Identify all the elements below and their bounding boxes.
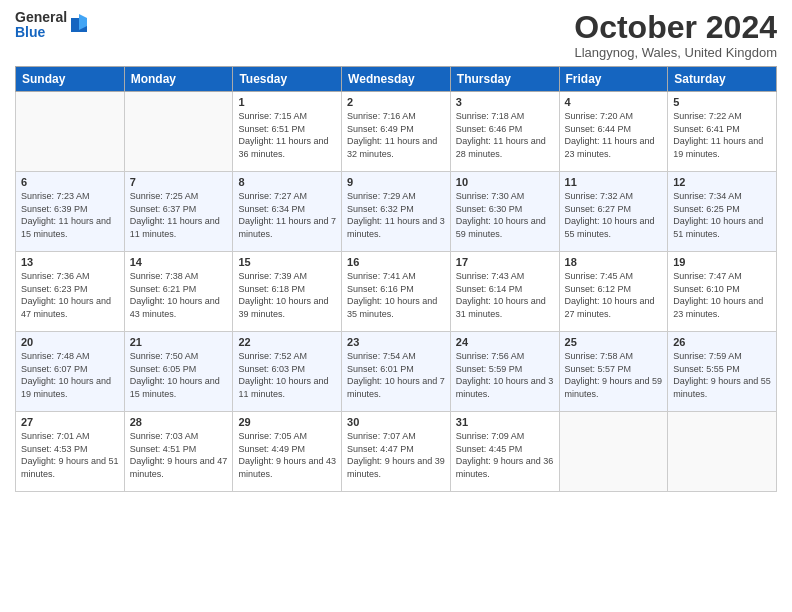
day-number: 31 <box>456 416 554 428</box>
day-number: 3 <box>456 96 554 108</box>
day-number: 13 <box>21 256 119 268</box>
calendar-table: SundayMondayTuesdayWednesdayThursdayFrid… <box>15 66 777 492</box>
cell-sun-info: Sunrise: 7:45 AMSunset: 6:12 PMDaylight:… <box>565 270 663 320</box>
day-header-thursday: Thursday <box>450 67 559 92</box>
calendar-cell: 5Sunrise: 7:22 AMSunset: 6:41 PMDaylight… <box>668 92 777 172</box>
day-number: 5 <box>673 96 771 108</box>
calendar-cell: 23Sunrise: 7:54 AMSunset: 6:01 PMDayligh… <box>342 332 451 412</box>
cell-sun-info: Sunrise: 7:54 AMSunset: 6:01 PMDaylight:… <box>347 350 445 400</box>
day-number: 26 <box>673 336 771 348</box>
calendar-cell <box>668 412 777 492</box>
calendar-cell: 18Sunrise: 7:45 AMSunset: 6:12 PMDayligh… <box>559 252 668 332</box>
cell-sun-info: Sunrise: 7:22 AMSunset: 6:41 PMDaylight:… <box>673 110 771 160</box>
day-number: 10 <box>456 176 554 188</box>
cell-sun-info: Sunrise: 7:34 AMSunset: 6:25 PMDaylight:… <box>673 190 771 240</box>
day-header-wednesday: Wednesday <box>342 67 451 92</box>
cell-sun-info: Sunrise: 7:30 AMSunset: 6:30 PMDaylight:… <box>456 190 554 240</box>
cell-sun-info: Sunrise: 7:09 AMSunset: 4:45 PMDaylight:… <box>456 430 554 480</box>
cell-sun-info: Sunrise: 7:16 AMSunset: 6:49 PMDaylight:… <box>347 110 445 160</box>
cell-sun-info: Sunrise: 7:59 AMSunset: 5:55 PMDaylight:… <box>673 350 771 400</box>
day-number: 11 <box>565 176 663 188</box>
calendar-header-row: SundayMondayTuesdayWednesdayThursdayFrid… <box>16 67 777 92</box>
header: General Blue October 2024 Llangynog, Wal… <box>15 10 777 60</box>
day-number: 15 <box>238 256 336 268</box>
location: Llangynog, Wales, United Kingdom <box>574 45 777 60</box>
cell-sun-info: Sunrise: 7:01 AMSunset: 4:53 PMDaylight:… <box>21 430 119 480</box>
page: General Blue October 2024 Llangynog, Wal… <box>0 0 792 612</box>
calendar-cell: 31Sunrise: 7:09 AMSunset: 4:45 PMDayligh… <box>450 412 559 492</box>
calendar-cell: 27Sunrise: 7:01 AMSunset: 4:53 PMDayligh… <box>16 412 125 492</box>
calendar-cell: 26Sunrise: 7:59 AMSunset: 5:55 PMDayligh… <box>668 332 777 412</box>
day-number: 22 <box>238 336 336 348</box>
day-number: 7 <box>130 176 228 188</box>
calendar-cell: 24Sunrise: 7:56 AMSunset: 5:59 PMDayligh… <box>450 332 559 412</box>
calendar-cell: 13Sunrise: 7:36 AMSunset: 6:23 PMDayligh… <box>16 252 125 332</box>
day-header-monday: Monday <box>124 67 233 92</box>
calendar-cell: 21Sunrise: 7:50 AMSunset: 6:05 PMDayligh… <box>124 332 233 412</box>
calendar-cell: 20Sunrise: 7:48 AMSunset: 6:07 PMDayligh… <box>16 332 125 412</box>
calendar-cell: 19Sunrise: 7:47 AMSunset: 6:10 PMDayligh… <box>668 252 777 332</box>
day-number: 27 <box>21 416 119 428</box>
cell-sun-info: Sunrise: 7:36 AMSunset: 6:23 PMDaylight:… <box>21 270 119 320</box>
calendar-cell: 7Sunrise: 7:25 AMSunset: 6:37 PMDaylight… <box>124 172 233 252</box>
calendar-cell: 25Sunrise: 7:58 AMSunset: 5:57 PMDayligh… <box>559 332 668 412</box>
calendar-week-row: 27Sunrise: 7:01 AMSunset: 4:53 PMDayligh… <box>16 412 777 492</box>
cell-sun-info: Sunrise: 7:47 AMSunset: 6:10 PMDaylight:… <box>673 270 771 320</box>
day-number: 25 <box>565 336 663 348</box>
calendar-cell: 22Sunrise: 7:52 AMSunset: 6:03 PMDayligh… <box>233 332 342 412</box>
day-number: 20 <box>21 336 119 348</box>
cell-sun-info: Sunrise: 7:58 AMSunset: 5:57 PMDaylight:… <box>565 350 663 400</box>
calendar-cell <box>16 92 125 172</box>
cell-sun-info: Sunrise: 7:27 AMSunset: 6:34 PMDaylight:… <box>238 190 336 240</box>
cell-sun-info: Sunrise: 7:15 AMSunset: 6:51 PMDaylight:… <box>238 110 336 160</box>
calendar-cell: 15Sunrise: 7:39 AMSunset: 6:18 PMDayligh… <box>233 252 342 332</box>
calendar-cell: 2Sunrise: 7:16 AMSunset: 6:49 PMDaylight… <box>342 92 451 172</box>
cell-sun-info: Sunrise: 7:20 AMSunset: 6:44 PMDaylight:… <box>565 110 663 160</box>
day-number: 14 <box>130 256 228 268</box>
calendar-cell: 12Sunrise: 7:34 AMSunset: 6:25 PMDayligh… <box>668 172 777 252</box>
day-number: 12 <box>673 176 771 188</box>
month-title: October 2024 <box>574 10 777 45</box>
cell-sun-info: Sunrise: 7:29 AMSunset: 6:32 PMDaylight:… <box>347 190 445 240</box>
day-number: 23 <box>347 336 445 348</box>
cell-sun-info: Sunrise: 7:43 AMSunset: 6:14 PMDaylight:… <box>456 270 554 320</box>
cell-sun-info: Sunrise: 7:18 AMSunset: 6:46 PMDaylight:… <box>456 110 554 160</box>
calendar-cell: 30Sunrise: 7:07 AMSunset: 4:47 PMDayligh… <box>342 412 451 492</box>
day-number: 28 <box>130 416 228 428</box>
calendar-cell: 4Sunrise: 7:20 AMSunset: 6:44 PMDaylight… <box>559 92 668 172</box>
calendar-cell: 28Sunrise: 7:03 AMSunset: 4:51 PMDayligh… <box>124 412 233 492</box>
day-number: 29 <box>238 416 336 428</box>
calendar-cell: 17Sunrise: 7:43 AMSunset: 6:14 PMDayligh… <box>450 252 559 332</box>
cell-sun-info: Sunrise: 7:41 AMSunset: 6:16 PMDaylight:… <box>347 270 445 320</box>
cell-sun-info: Sunrise: 7:48 AMSunset: 6:07 PMDaylight:… <box>21 350 119 400</box>
day-number: 2 <box>347 96 445 108</box>
day-number: 18 <box>565 256 663 268</box>
day-number: 6 <box>21 176 119 188</box>
day-number: 16 <box>347 256 445 268</box>
logo-icon <box>69 12 89 36</box>
day-number: 21 <box>130 336 228 348</box>
calendar-cell: 14Sunrise: 7:38 AMSunset: 6:21 PMDayligh… <box>124 252 233 332</box>
cell-sun-info: Sunrise: 7:52 AMSunset: 6:03 PMDaylight:… <box>238 350 336 400</box>
calendar-week-row: 13Sunrise: 7:36 AMSunset: 6:23 PMDayligh… <box>16 252 777 332</box>
calendar-cell: 11Sunrise: 7:32 AMSunset: 6:27 PMDayligh… <box>559 172 668 252</box>
logo-general-text: General <box>15 10 67 25</box>
day-header-sunday: Sunday <box>16 67 125 92</box>
calendar-cell: 3Sunrise: 7:18 AMSunset: 6:46 PMDaylight… <box>450 92 559 172</box>
calendar-cell: 6Sunrise: 7:23 AMSunset: 6:39 PMDaylight… <box>16 172 125 252</box>
cell-sun-info: Sunrise: 7:50 AMSunset: 6:05 PMDaylight:… <box>130 350 228 400</box>
day-number: 8 <box>238 176 336 188</box>
cell-sun-info: Sunrise: 7:56 AMSunset: 5:59 PMDaylight:… <box>456 350 554 400</box>
cell-sun-info: Sunrise: 7:39 AMSunset: 6:18 PMDaylight:… <box>238 270 336 320</box>
cell-sun-info: Sunrise: 7:23 AMSunset: 6:39 PMDaylight:… <box>21 190 119 240</box>
day-header-saturday: Saturday <box>668 67 777 92</box>
day-number: 30 <box>347 416 445 428</box>
calendar-cell: 16Sunrise: 7:41 AMSunset: 6:16 PMDayligh… <box>342 252 451 332</box>
logo: General Blue <box>15 10 89 41</box>
day-number: 19 <box>673 256 771 268</box>
cell-sun-info: Sunrise: 7:38 AMSunset: 6:21 PMDaylight:… <box>130 270 228 320</box>
cell-sun-info: Sunrise: 7:32 AMSunset: 6:27 PMDaylight:… <box>565 190 663 240</box>
cell-sun-info: Sunrise: 7:03 AMSunset: 4:51 PMDaylight:… <box>130 430 228 480</box>
cell-sun-info: Sunrise: 7:05 AMSunset: 4:49 PMDaylight:… <box>238 430 336 480</box>
calendar-cell <box>124 92 233 172</box>
